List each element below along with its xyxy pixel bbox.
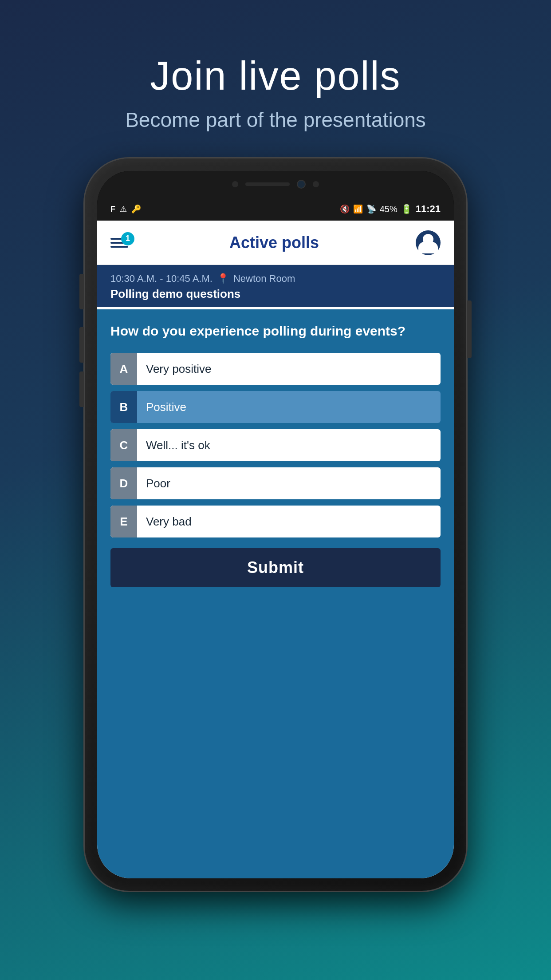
option-letter-c: C [110, 429, 137, 461]
session-bar: 10:30 A.M. - 10:45 A.M. 📍 Newton Room Po… [97, 265, 454, 307]
time-display: 11:21 [416, 203, 441, 215]
option-text-d: Poor [137, 477, 179, 490]
sensor-dot [232, 181, 238, 187]
option-text-b: Positive [137, 400, 195, 414]
status-left: F ⚠ 🔑 [110, 204, 141, 214]
option-letter-a: A [110, 353, 137, 385]
location-text: Newton Room [233, 273, 295, 285]
poll-option-b[interactable]: B Positive [110, 391, 441, 423]
phone-container: F ⚠ 🔑 🔇 📶 📡 45% 🔋 11:21 [85, 158, 466, 891]
status-icon-lock: 🔑 [131, 204, 141, 214]
poll-question: How do you experience polling during eve… [110, 322, 441, 340]
option-text-a: Very positive [137, 362, 220, 376]
page-header: Join live polls Become part of the prese… [125, 0, 426, 132]
wifi-icon: 📶 [353, 204, 363, 214]
status-right: 🔇 📶 📡 45% 🔋 11:21 [340, 203, 441, 215]
sensor-dot-2 [313, 181, 319, 187]
menu-button[interactable]: 1 [110, 236, 133, 250]
page-title: Join live polls [125, 53, 426, 99]
mute-icon: 🔇 [340, 204, 350, 214]
poll-option-a[interactable]: A Very positive [110, 353, 441, 385]
session-name: Polling demo questions [110, 287, 441, 301]
hamburger-line-3 [110, 246, 128, 248]
location-icon: 📍 [217, 273, 229, 285]
option-text-c: Well... it's ok [137, 439, 219, 452]
poll-area: How do you experience polling during eve… [97, 309, 454, 878]
option-letter-b: B [110, 391, 137, 423]
profile-button[interactable] [416, 230, 441, 255]
notification-badge: 1 [121, 232, 134, 245]
status-icon-triangle: ⚠ [120, 204, 127, 214]
app-title: Active polls [229, 233, 319, 252]
speaker [245, 182, 290, 186]
option-text-e: Very bad [137, 515, 201, 529]
signal-icon: 📡 [366, 204, 376, 214]
app-screen: 1 Active polls 10:30 A.M. - 10:45 A.M. 📍… [97, 221, 454, 878]
submit-button[interactable]: Submit [110, 548, 441, 587]
poll-option-d[interactable]: D Poor [110, 467, 441, 499]
phone-shell: F ⚠ 🔑 🔇 📶 📡 45% 🔋 11:21 [85, 158, 466, 891]
poll-option-c[interactable]: C Well... it's ok [110, 429, 441, 461]
phone-screen-outer: F ⚠ 🔑 🔇 📶 📡 45% 🔋 11:21 [97, 171, 454, 878]
status-icon-f: F [110, 205, 115, 214]
battery-level: 45% [380, 204, 398, 214]
option-letter-e: E [110, 506, 137, 537]
page-subtitle: Become part of the presentations [125, 108, 426, 132]
app-header: 1 Active polls [97, 221, 454, 265]
camera-dot [297, 180, 306, 189]
session-time-row: 10:30 A.M. - 10:45 A.M. 📍 Newton Room [110, 273, 441, 285]
status-bar: F ⚠ 🔑 🔇 📶 📡 45% 🔋 11:21 [97, 198, 454, 221]
battery-icon: 🔋 [401, 204, 412, 214]
time-text: 10:30 A.M. - 10:45 A.M. [110, 273, 213, 285]
poll-options: A Very positive B Positive C Well... it'… [110, 353, 441, 537]
option-letter-d: D [110, 467, 137, 499]
phone-top-bar [97, 171, 454, 198]
poll-option-e[interactable]: E Very bad [110, 506, 441, 537]
